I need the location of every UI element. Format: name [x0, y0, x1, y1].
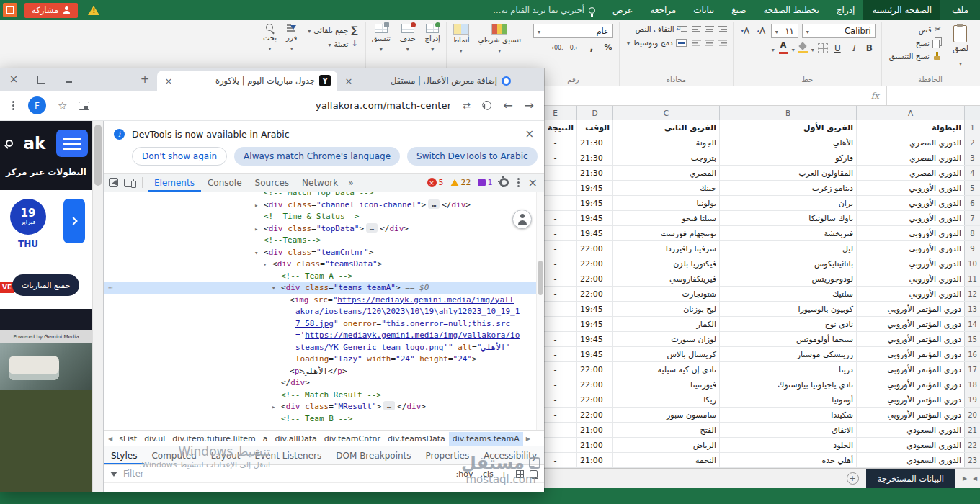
cell[interactable]: 21:00 — [576, 453, 612, 467]
cell-styles-button[interactable]: أنماط — [453, 24, 470, 54]
breadcrumb-item[interactable]: div.ul — [141, 432, 169, 446]
cell[interactable]: سيلتا فيجو — [612, 211, 719, 225]
code-line[interactable]: <div class="channel icon-channel">…</div… — [104, 199, 544, 212]
panel-tab-computed[interactable]: Computed — [144, 446, 203, 464]
cell[interactable]: الدوري المصري — [856, 166, 964, 180]
cell[interactable]: 19:45 — [576, 347, 612, 361]
ribbon-tab-data[interactable]: بيانات — [685, 0, 723, 20]
row-number[interactable]: 10 — [964, 256, 980, 271]
cell[interactable]: المصري — [612, 166, 719, 180]
cell[interactable]: الدوري السعودي — [856, 423, 964, 437]
sheet-nav-next-icon[interactable] — [960, 475, 970, 482]
code-line[interactable]: <!--Time & Status--> — [104, 211, 544, 223]
panel-tab-styles[interactable]: Styles — [104, 446, 144, 464]
bookmark-star-icon[interactable] — [58, 99, 67, 112]
cell[interactable]: 22:00 — [576, 362, 612, 377]
cell[interactable]: 21:00 — [576, 423, 612, 437]
tab-close-icon[interactable] — [344, 76, 354, 86]
cell[interactable]: 19:45 — [576, 211, 612, 225]
code-line[interactable]: <img src="https://mediayk.gemini.media/i… — [104, 294, 544, 307]
ad-image[interactable] — [0, 343, 92, 390]
next-date-button[interactable] — [63, 199, 85, 243]
cell[interactable]: سلتيك — [719, 287, 856, 301]
accessibility-person-icon[interactable] — [512, 210, 532, 229]
conditional-formatting-button[interactable]: تنسيق شرطي — [478, 24, 521, 54]
cell[interactable]: الاتفاق — [719, 423, 856, 437]
borders-icon[interactable] — [818, 43, 828, 53]
row-number[interactable]: 17 — [964, 362, 980, 377]
cell[interactable]: الدوري السعودي — [856, 453, 964, 467]
cell[interactable]: دوري المؤتمر الأوروبي — [856, 408, 964, 422]
code-line[interactable]: <!-- Team B --> — [104, 413, 544, 426]
cell[interactable]: سرفينا زافيرزدا — [612, 241, 719, 256]
ribbon-tab-file[interactable]: ملف — [940, 0, 980, 20]
cell[interactable]: فيورنتينا — [612, 377, 719, 392]
cell[interactable]: الوقت — [576, 120, 612, 135]
cell[interactable]: 19:45 — [576, 317, 612, 331]
font-size-combo[interactable]: ١١ — [771, 24, 798, 38]
row-number[interactable]: 2 — [964, 135, 980, 150]
cell[interactable]: نادي إن كيه سيليه — [612, 362, 719, 377]
browser-tab[interactable]: إضافة معرض الأعمال | مستقل — [337, 71, 517, 91]
cell[interactable]: الفريق الأول — [719, 120, 856, 135]
column-header-a[interactable]: A — [856, 106, 964, 120]
cell[interactable]: فيرينكفاروسي — [612, 271, 719, 286]
element-state-icon[interactable] — [516, 470, 524, 478]
cell[interactable]: 19:45 — [576, 181, 612, 195]
site-info-icon[interactable] — [463, 100, 471, 111]
comma-style-icon[interactable] — [587, 42, 597, 53]
cell[interactable]: نوتنجهام فورست — [612, 226, 719, 240]
all-matches-button[interactable]: جميع المباريات — [12, 274, 79, 296]
date-badge[interactable]: 19 فبراير — [10, 199, 46, 235]
cell[interactable]: بران — [719, 196, 856, 210]
bold-button[interactable]: B — [863, 42, 876, 55]
format-painter-button[interactable]: نسخ التنسيق — [888, 51, 943, 61]
ribbon-tab-insert[interactable]: إدراج — [828, 0, 864, 20]
cell[interactable]: زرينسكي موستار — [719, 347, 856, 361]
align-bottom-icon[interactable] — [692, 25, 701, 32]
scrollbar-thumb[interactable] — [94, 125, 102, 186]
expand-arrow-icon[interactable] — [254, 223, 258, 235]
scrollbar-thumb[interactable] — [538, 261, 543, 295]
side-panel-icon[interactable] — [79, 102, 89, 110]
insert-cells-button[interactable]: إدراج — [425, 24, 440, 53]
styles-filter-input[interactable]: Filter — [123, 469, 143, 479]
tell-me-box[interactable]: أخبرني بما تريد القيام به... — [484, 5, 604, 15]
row-number[interactable]: 3 — [964, 150, 980, 165]
cell[interactable]: 21:30 — [576, 166, 612, 180]
merge-center-button[interactable]: دمج وتوسيط — [625, 37, 688, 48]
align-left-icon[interactable] — [692, 39, 701, 46]
row-number[interactable]: 5 — [964, 181, 980, 195]
cell[interactable]: الفريق الثاني — [612, 120, 719, 135]
devtools-close-icon[interactable] — [528, 176, 538, 189]
code-line[interactable]: <!-- Match Top Data --> — [104, 192, 544, 199]
column-header-b[interactable]: B — [719, 106, 856, 120]
row-number[interactable]: 21 — [964, 423, 980, 437]
sort-button[interactable]: فرز — [286, 24, 297, 52]
breadcrumb-item[interactable]: div.teams.teamA — [449, 432, 523, 446]
cell[interactable]: بولونيا — [612, 196, 719, 210]
code-line[interactable]: <div class="topData">…</div> — [104, 223, 544, 235]
cell[interactable]: النجمة — [612, 453, 719, 467]
expand-arrow-icon[interactable] — [254, 199, 258, 212]
cell[interactable]: الدوري الأوروبي — [856, 256, 964, 271]
row-number[interactable]: 12 — [964, 287, 980, 301]
ribbon-tab-home[interactable]: الصفحة الرئيسية — [863, 0, 940, 20]
reload-button[interactable] — [480, 99, 493, 112]
copy-button[interactable]: نسخ — [888, 37, 943, 49]
sheet-tab[interactable]: البيانات المستخرجة — [866, 469, 956, 488]
cell[interactable]: 19:45 — [576, 302, 612, 316]
cell[interactable]: الجونة — [612, 135, 719, 150]
cell[interactable]: بتروجت — [612, 150, 719, 165]
cell[interactable]: سامسون سبور — [612, 408, 719, 422]
row-number[interactable]: 13 — [964, 302, 980, 316]
cell[interactable]: دوري المؤتمر الأوروبي — [856, 302, 964, 316]
code-line[interactable]: steams/YK-Generic-team-logo.png'" alt="ا… — [104, 342, 544, 354]
cell[interactable]: نادي نوح — [719, 317, 856, 331]
cell[interactable]: الأهلي — [719, 135, 856, 150]
more-actions-icon[interactable] — [108, 282, 114, 294]
collapse-arrow-icon[interactable] — [263, 258, 267, 271]
infobar-close-icon[interactable] — [522, 127, 537, 140]
menu-button[interactable] — [56, 130, 88, 157]
cut-button[interactable]: قص — [888, 24, 943, 35]
